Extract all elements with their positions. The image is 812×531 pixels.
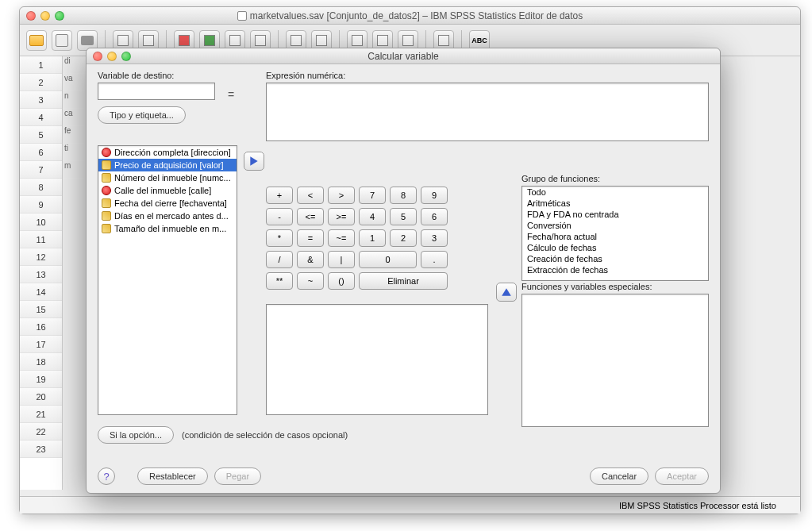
keypad-key[interactable]: >= (328, 208, 355, 225)
row-header[interactable]: 18 (20, 353, 62, 371)
row-header[interactable]: 11 (20, 231, 62, 248)
function-group-item[interactable]: Todo (522, 187, 708, 198)
ok-button[interactable]: Aceptar (655, 468, 709, 485)
keypad-key[interactable]: < (297, 187, 324, 204)
row-header[interactable]: 7 (20, 161, 62, 179)
function-group-item[interactable]: Aritméticas (522, 198, 708, 209)
keypad-key[interactable]: ~ (297, 272, 324, 290)
keypad-key[interactable]: 4 (359, 208, 386, 225)
keypad-key[interactable]: 3 (421, 229, 448, 247)
if-condition-button[interactable]: Si la opción... (98, 426, 174, 444)
row-header[interactable]: 19 (20, 371, 62, 388)
keypad-key[interactable]: | (328, 251, 355, 268)
row-header[interactable]: 4 (20, 109, 62, 126)
row-header[interactable]: 9 (20, 196, 62, 214)
function-group-list[interactable]: TodoAritméticasFDA y FDA no centradaConv… (521, 186, 709, 281)
generic-icon (229, 35, 241, 46)
help-button[interactable]: ? (98, 468, 115, 485)
row-header[interactable]: 5 (20, 126, 62, 144)
row-header[interactable]: 3 (20, 91, 62, 109)
keypad-key[interactable]: 8 (390, 187, 417, 204)
delete-key[interactable]: Eliminar (359, 272, 448, 290)
keypad-key[interactable]: 1 (359, 229, 386, 247)
cell-hint: va (63, 74, 87, 91)
variable-item[interactable]: Número del inmueble [numc... (98, 171, 237, 184)
nominal-icon (102, 186, 111, 195)
keypad-key[interactable]: ** (266, 272, 293, 290)
keypad-key[interactable]: & (297, 251, 324, 268)
variable-label: Dirección completa [direccion] (114, 148, 231, 157)
keypad-key[interactable]: > (328, 187, 355, 204)
function-group-item[interactable]: Conversión (522, 220, 708, 231)
variable-item[interactable]: Calle del inmueble [calle] (98, 184, 237, 197)
main-titlebar[interactable]: marketvalues.sav [Conjunto_de_datos2] – … (20, 7, 800, 25)
paste-button[interactable]: Pegar (214, 468, 261, 485)
row-header[interactable]: 20 (20, 388, 62, 406)
type-label-button[interactable]: Tipo y etiqueta... (98, 106, 186, 124)
cell-hint: ca (63, 109, 87, 126)
nominal-icon (102, 148, 111, 157)
row-header[interactable]: 6 (20, 144, 62, 161)
keypad-key[interactable]: 0 (359, 251, 417, 268)
row-header[interactable]: 23 (20, 441, 62, 458)
cell-hint: fe (63, 126, 87, 144)
reset-button[interactable]: Restablecer (137, 468, 208, 485)
cell-hint: di (63, 56, 87, 74)
row-header[interactable]: 13 (20, 266, 62, 283)
numeric-expression-input[interactable] (266, 83, 709, 141)
cell-hint: n (63, 91, 87, 109)
scale-icon (102, 173, 111, 183)
open-button[interactable] (26, 30, 47, 51)
insert-function-button[interactable] (496, 283, 517, 302)
row-header[interactable]: 17 (20, 336, 62, 353)
variable-item[interactable]: Precio de adquisición [valor] (98, 159, 237, 171)
row-header[interactable]: 16 (20, 318, 62, 336)
arrow-up-icon (501, 287, 512, 298)
variable-item[interactable]: Días en el mercado antes d... (98, 210, 237, 222)
abc-icon: ABC (471, 37, 487, 44)
function-group-item[interactable]: Extracción de fechas (522, 264, 708, 275)
row-header[interactable]: 10 (20, 214, 62, 231)
row-header[interactable]: 15 (20, 301, 62, 318)
keypad-key[interactable]: <= (297, 208, 324, 225)
variable-list[interactable]: Dirección completa [direccion]Precio de … (98, 145, 237, 415)
row-header[interactable]: 14 (20, 283, 62, 301)
keypad-key[interactable]: ~= (328, 229, 355, 247)
save-button[interactable] (52, 30, 72, 51)
spec-vars-label: Funciones y variables especiales: (521, 282, 709, 291)
keypad-key[interactable]: () (328, 272, 355, 290)
keypad-key[interactable]: / (266, 251, 293, 268)
keypad-key[interactable]: = (297, 229, 324, 247)
function-group-item[interactable]: Creación de fechas (522, 253, 708, 264)
keypad-key[interactable]: + (266, 187, 293, 204)
dest-variable-input[interactable] (98, 83, 215, 100)
function-group-item[interactable]: Fecha/hora actual (522, 231, 708, 242)
variable-label: Número del inmueble [numc... (114, 173, 231, 183)
keypad-key[interactable]: * (266, 229, 293, 247)
move-variable-button[interactable] (244, 152, 264, 171)
keypad-key[interactable]: 7 (359, 187, 386, 204)
keypad-key[interactable]: 9 (421, 187, 448, 204)
keypad-key[interactable]: . (421, 251, 448, 268)
keypad-key[interactable]: 6 (421, 208, 448, 225)
special-functions-list[interactable] (521, 294, 709, 427)
row-header[interactable]: 22 (20, 423, 62, 441)
variable-item[interactable]: Tamaño del inmueble en m... (98, 222, 237, 235)
keypad-key[interactable]: 2 (390, 229, 417, 247)
keypad-key[interactable]: 5 (390, 208, 417, 225)
variable-item[interactable]: Dirección completa [direccion] (98, 146, 237, 159)
keypad-key[interactable]: - (266, 208, 293, 225)
row-header[interactable]: 21 (20, 406, 62, 423)
dialog-titlebar[interactable]: Calcular variable (87, 48, 720, 64)
generic-icon (143, 35, 154, 46)
dest-label: Variable de destino: (98, 71, 225, 80)
function-group-item[interactable]: FDA y FDA no centrada (522, 209, 708, 220)
function-description-box (266, 304, 488, 415)
row-header[interactable]: 1 (20, 56, 62, 74)
row-header[interactable]: 8 (20, 179, 62, 196)
function-group-item[interactable]: Cálculo de fechas (522, 242, 708, 253)
row-header[interactable]: 2 (20, 74, 62, 91)
cancel-button[interactable]: Cancelar (590, 468, 648, 485)
row-header[interactable]: 12 (20, 248, 62, 266)
variable-item[interactable]: Fecha del cierre [fechaventa] (98, 197, 237, 210)
